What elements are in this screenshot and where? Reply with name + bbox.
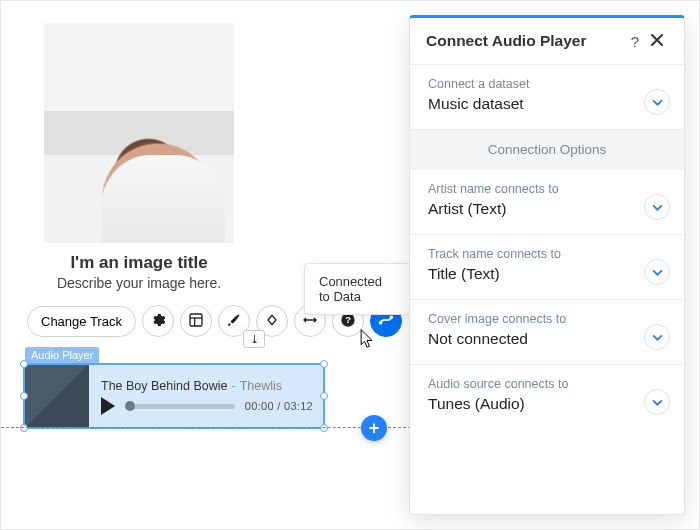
chevron-down-icon bbox=[652, 397, 663, 408]
chevron-down-icon bbox=[652, 202, 663, 213]
section-guide-line bbox=[1, 427, 411, 428]
svg-rect-0 bbox=[190, 314, 202, 326]
image-block: I'm an image title Describe your image h… bbox=[33, 23, 245, 291]
animation-icon bbox=[264, 312, 280, 331]
layout-button[interactable] bbox=[180, 305, 212, 337]
editor-canvas: I'm an image title Describe your image h… bbox=[1, 1, 411, 530]
field-value: Title (Text) bbox=[428, 265, 632, 283]
field-value: Artist (Text) bbox=[428, 200, 632, 218]
track-cover-image bbox=[25, 365, 89, 427]
svg-point-5 bbox=[380, 321, 382, 323]
field-label: Artist name connects to bbox=[428, 182, 632, 196]
cover-photo[interactable] bbox=[44, 23, 234, 243]
track-info: The Boy Behind Bowie - Thewlis 00:00 / 0… bbox=[89, 365, 323, 427]
download-button[interactable]: ⤓ bbox=[243, 330, 265, 348]
svg-text:?: ? bbox=[345, 315, 351, 325]
dataset-select[interactable]: Connect a dataset Music dataset bbox=[410, 65, 684, 130]
field-label: Connect a dataset bbox=[428, 77, 632, 91]
change-track-button[interactable]: Change Track bbox=[27, 306, 136, 337]
resize-handle[interactable] bbox=[20, 360, 28, 368]
connect-panel: Connect Audio Player ? Connect a dataset… bbox=[409, 15, 685, 515]
expand-button[interactable] bbox=[644, 194, 670, 220]
svg-point-6 bbox=[390, 316, 392, 318]
download-icon: ⤓ bbox=[250, 333, 259, 346]
chevron-down-icon bbox=[652, 97, 663, 108]
layout-icon bbox=[188, 312, 204, 331]
chevron-down-icon bbox=[652, 332, 663, 343]
cover-field-select[interactable]: Cover image connects to Not connected bbox=[410, 300, 684, 365]
connect-data-tooltip: Connected to Data bbox=[304, 263, 411, 315]
resize-handle[interactable] bbox=[320, 360, 328, 368]
expand-button[interactable] bbox=[644, 389, 670, 415]
track-title: The Boy Behind Bowie bbox=[101, 379, 227, 393]
field-label: Audio source connects to bbox=[428, 377, 632, 391]
expand-button[interactable] bbox=[644, 324, 670, 350]
track-artist: Thewlis bbox=[240, 379, 282, 393]
gear-icon bbox=[150, 312, 166, 331]
brush-icon bbox=[226, 312, 242, 331]
add-section-button[interactable]: + bbox=[361, 415, 387, 441]
field-label: Cover image connects to bbox=[428, 312, 632, 326]
progress-bar[interactable] bbox=[125, 404, 235, 409]
field-value: Not connected bbox=[428, 330, 632, 348]
chevron-down-icon bbox=[652, 267, 663, 278]
field-value: Tunes (Audio) bbox=[428, 395, 632, 413]
audio-player-element[interactable]: Audio Player ⤓ The Boy Behind Bowie - Th… bbox=[23, 346, 325, 429]
source-field-select[interactable]: Audio source connects to Tunes (Audio) bbox=[410, 365, 684, 429]
track-field-select[interactable]: Track name connects to Title (Text) bbox=[410, 235, 684, 300]
time-display: 00:00 / 03:12 bbox=[245, 400, 313, 412]
resize-handle[interactable] bbox=[320, 392, 328, 400]
play-button[interactable] bbox=[101, 397, 115, 415]
plus-icon: + bbox=[369, 418, 380, 439]
resize-handle[interactable] bbox=[20, 392, 28, 400]
settings-button[interactable] bbox=[142, 305, 174, 337]
panel-close-button[interactable] bbox=[646, 33, 668, 50]
panel-help-button[interactable]: ? bbox=[624, 33, 646, 50]
resize-handle[interactable] bbox=[320, 424, 328, 432]
element-type-tag: Audio Player bbox=[25, 347, 99, 363]
expand-button[interactable] bbox=[644, 89, 670, 115]
panel-title: Connect Audio Player bbox=[426, 32, 624, 50]
field-label: Track name connects to bbox=[428, 247, 632, 261]
image-title: I'm an image title bbox=[33, 253, 245, 273]
artist-field-select[interactable]: Artist name connects to Artist (Text) bbox=[410, 170, 684, 235]
close-icon bbox=[650, 33, 664, 47]
expand-button[interactable] bbox=[644, 259, 670, 285]
image-description: Describe your image here. bbox=[33, 275, 245, 291]
field-value: Music dataset bbox=[428, 95, 632, 113]
resize-handle[interactable] bbox=[20, 424, 28, 432]
separator: - bbox=[231, 379, 235, 393]
progress-handle[interactable] bbox=[125, 401, 135, 411]
connection-options-header: Connection Options bbox=[410, 130, 684, 170]
